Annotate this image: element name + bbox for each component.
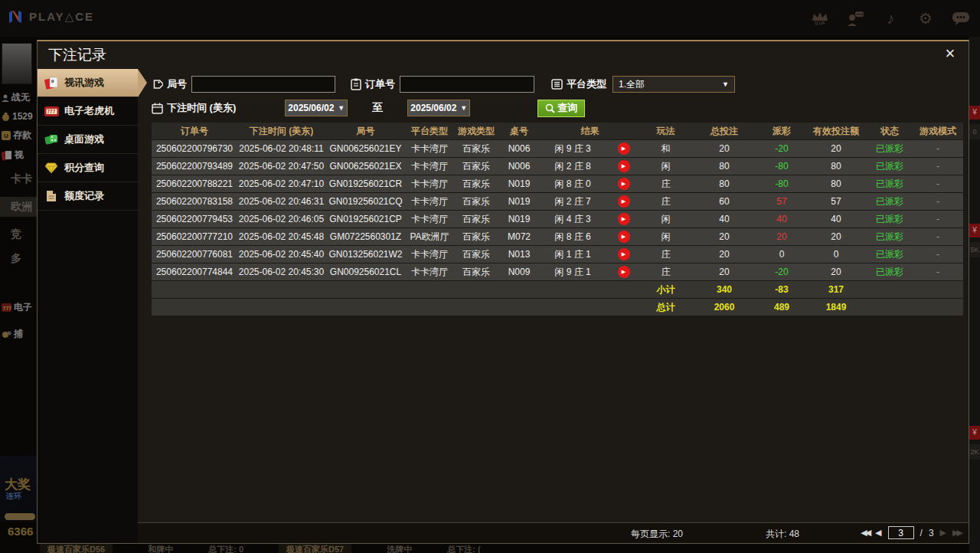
total-total-bet: 2060	[691, 299, 758, 316]
cell-mode: -	[913, 175, 963, 192]
play-video-icon[interactable]: ▶	[618, 142, 630, 155]
moneybag-icon	[2, 113, 10, 121]
round-input[interactable]	[191, 76, 335, 93]
vip-icon[interactable]: VIP	[808, 8, 831, 29]
play-video-icon[interactable]: ▶	[618, 248, 630, 260]
table-row: 2506022007794532025-06-02 20:46:05GN0192…	[152, 211, 963, 228]
table-row: 2506022007760812025-06-02 20:45:40GN0132…	[152, 246, 963, 263]
subtotal-row: 小计 340 -83 317	[152, 281, 963, 299]
sidebar-item-2[interactable]: 桌面游戏	[38, 126, 138, 154]
sidebar-item-label: 桌面游戏	[64, 133, 104, 146]
table-footer: 每页显示: 20 共计: 48 ◀◀ ◀ / 3 ▶ ▶▶	[138, 522, 969, 543]
play-video-icon[interactable]: ▶	[618, 160, 630, 172]
search-button[interactable]: 查询	[537, 100, 585, 117]
cell-mode: -	[913, 211, 963, 227]
date-from-picker[interactable]: 2025/06/02 ▼	[285, 100, 348, 116]
background-right-strip: ¥ 0 ¥ 5K ¥ 2K	[969, 37, 980, 553]
play-video-icon[interactable]: ▶	[618, 213, 630, 225]
cell-game_type: 百家乐	[453, 263, 499, 280]
cell-table_no: N019	[499, 193, 539, 210]
cell-mode: -	[913, 140, 963, 157]
cell-round: GN006256021EX	[325, 158, 406, 175]
background-bottom-strip: 极速百家乐D56和牌中总下注: 0极速百家乐D57洗牌中总下注: (	[37, 544, 969, 553]
cell-order: 250602200779453	[152, 211, 237, 227]
cell-replay: ▶	[606, 211, 641, 227]
play-video-icon[interactable]: ▶	[618, 195, 630, 208]
background-balance: 1529	[12, 111, 33, 122]
cell-table_no: N006	[499, 158, 539, 175]
sidebar-item-3[interactable]: 积分查询	[38, 154, 138, 182]
cell-time: 2025-06-02 20:47:50	[237, 158, 325, 175]
vip-label: VIP	[815, 21, 825, 26]
to-label: 至	[372, 101, 383, 115]
tag-icon	[152, 79, 163, 90]
table-row: 2506022007934892025-06-02 20:47:50GN0062…	[152, 158, 963, 175]
prev-page-icon[interactable]: ◀	[875, 528, 881, 538]
cell-game_type: 百家乐	[453, 175, 499, 192]
svg-text:777: 777	[47, 109, 55, 114]
date-to-picker[interactable]: 2025/06/02 ▼	[407, 100, 470, 116]
subtotal-label: 小计	[641, 281, 691, 298]
cell-table_no: M072	[499, 228, 539, 245]
cell-payout: 20	[758, 228, 805, 245]
sidebar-item-4[interactable]: 额度记录	[38, 182, 138, 211]
order-label-wrap: 订单号	[351, 77, 395, 91]
cell-replay: ▶	[606, 158, 641, 175]
header-valid-bet: 有效投注额	[805, 123, 867, 139]
cell-round: GN019256021CP	[325, 211, 406, 227]
next-page-icon[interactable]: ▶	[940, 528, 946, 538]
date-to-value: 2025/06/02	[410, 103, 456, 113]
page-input[interactable]	[888, 526, 914, 539]
time-label: 下注时间 (美东)	[167, 101, 236, 115]
slots-small-icon: 777	[2, 303, 11, 312]
time-label-wrap: 下注时间 (美东)	[152, 101, 236, 115]
cell-play: 庄	[641, 193, 691, 210]
order-input[interactable]	[400, 76, 534, 93]
last-page-icon[interactable]: ▶▶	[952, 528, 961, 538]
sidebar-item-0[interactable]: 9视讯游戏	[38, 69, 138, 97]
total-valid-bet: 1849	[805, 299, 867, 316]
total-row: 总计 2060 489 1849	[152, 299, 963, 316]
background-username: 战无	[11, 91, 30, 104]
settings-icon[interactable]: ⚙	[914, 8, 937, 29]
pagination: ◀◀ ◀ / 3 ▶ ▶▶	[861, 526, 961, 539]
table-row: 2506022007967302025-06-02 20:48:11GN0062…	[152, 140, 963, 158]
cell-play: 闲	[641, 211, 691, 227]
play-video-icon[interactable]: ▶	[618, 178, 630, 190]
cell-play: 和	[641, 140, 691, 157]
cell-payout: -80	[758, 175, 805, 192]
cell-platform: 卡卡湾厅	[406, 263, 453, 280]
music-icon[interactable]: ♪	[879, 8, 902, 29]
chat-icon[interactable]	[949, 8, 972, 29]
table-row: 2506022007831582025-06-02 20:46:31GN0192…	[152, 193, 963, 211]
cell-table_no: N019	[499, 175, 539, 192]
play-video-icon[interactable]: ▶	[618, 231, 630, 243]
chevron-down-icon: ▼	[338, 104, 345, 112]
background-slots: 电子	[14, 301, 32, 314]
cell-game_type: 百家乐	[453, 140, 499, 157]
background-table-fragment: 洗牌中	[387, 544, 412, 553]
background-table-fragment: 极速百家乐D56	[40, 544, 113, 553]
play-video-icon[interactable]: ▶	[618, 266, 630, 278]
cell-order: 250602200777210	[152, 228, 237, 245]
close-icon[interactable]: ×	[941, 44, 959, 64]
cell-table_no: N013	[499, 246, 539, 263]
cell-result: 闲 9 庄 1	[539, 263, 606, 280]
cell-replay: ▶	[606, 228, 641, 245]
total-label: 总计	[641, 299, 691, 316]
cell-result: 闲 4 庄 3	[539, 211, 606, 227]
support-icon[interactable]	[844, 8, 867, 29]
table-row: 2506022007882212025-06-02 20:47:10GN0192…	[152, 175, 963, 193]
total-payout: 489	[758, 299, 805, 316]
cell-table_no: N006	[499, 140, 539, 157]
avatar	[2, 43, 32, 84]
background-video-label: 视	[15, 149, 24, 162]
sidebar-item-1[interactable]: 777电子老虎机	[38, 97, 138, 126]
platform-label: 平台类型	[567, 77, 606, 91]
cell-status: 已派彩	[867, 263, 913, 280]
platform-select[interactable]: 1.全部 ▼	[612, 76, 735, 93]
price-tag-fragment: ¥	[969, 224, 980, 237]
cell-replay: ▶	[606, 140, 641, 157]
first-page-icon[interactable]: ◀◀	[861, 528, 869, 538]
cell-round: GN013256021W2	[325, 246, 406, 263]
